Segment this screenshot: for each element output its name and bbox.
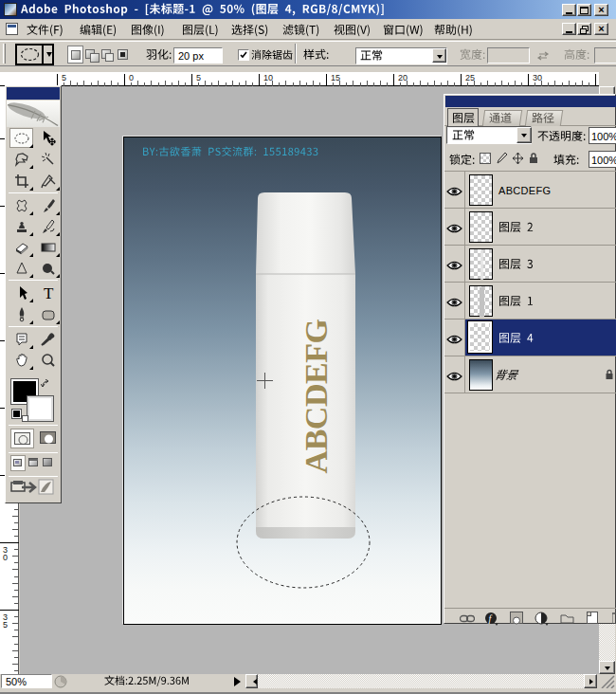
svg-text:T: T (44, 285, 54, 301)
